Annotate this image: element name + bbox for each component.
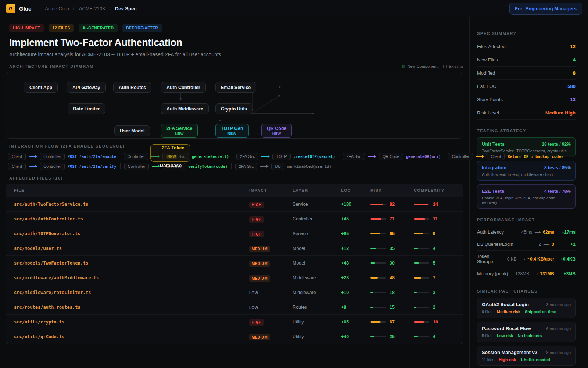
file-row[interactable]: src/utils/crypto.tsHIGHUtility+656710 xyxy=(6,314,463,329)
loc-cell: +65 xyxy=(341,319,370,325)
similar-change-card[interactable]: OAuth2 Social Login3 months ago9 filesMe… xyxy=(477,298,576,318)
flow-chip: QR Code xyxy=(379,153,403,160)
performance-row: Auth Latency45ms⟶62ms+17ms xyxy=(477,226,576,238)
similar-change-card[interactable]: Session Management v28 months ago11 file… xyxy=(477,346,576,366)
badge-before-after: BEFORE/AFTER xyxy=(122,24,162,32)
audience-button[interactable]: For: Engineering Managers xyxy=(509,3,582,15)
layer-cell: Middleware xyxy=(293,290,341,295)
diagram-node-user-model[interactable]: User Model xyxy=(114,125,150,136)
change-date: 3 months ago xyxy=(546,302,571,307)
node-label: Rate Limiter xyxy=(73,106,100,112)
node-label: TOTP Gen xyxy=(221,126,243,131)
layer-cell: Model xyxy=(293,246,341,251)
testing-cards: Unit Tests18 tests / 92%TwoFactorService… xyxy=(477,137,576,209)
performance-impact-section: PERFORMANCE IMPACT Auth Latency45ms⟶62ms… xyxy=(477,217,576,280)
chip-label: Client xyxy=(491,154,501,159)
flow-arrow-icon xyxy=(29,166,37,167)
file-row[interactable]: src/models/User.tsMEDIUMModel+12354 xyxy=(6,241,463,255)
chip-label: Svc xyxy=(179,154,185,159)
flow-rows: ClientControllerPOST /auth/2fa/enableCon… xyxy=(8,153,463,170)
risk-cell: 25 xyxy=(370,334,414,339)
diagram-node-qr-code[interactable]: QR CodeNEW xyxy=(261,124,292,138)
similar-change-card[interactable]: Password Reset Flow6 months ago5 filesLo… xyxy=(477,322,576,342)
file-row[interactable]: src/routes/auth.routes.tsLOWRoutes+8152 xyxy=(6,300,463,314)
similar-card-header: Session Management v28 months ago xyxy=(482,350,571,355)
change-title: Session Management v2 xyxy=(482,350,537,355)
flow-code: markEnabled(userId) xyxy=(287,164,331,169)
breadcrumb-ticket[interactable]: ACME-2103 xyxy=(79,6,105,11)
impact-cell: LOW xyxy=(249,289,293,296)
testing-strategy-title: TESTING STRATEGY xyxy=(477,128,576,133)
node-label: Auth Middleware xyxy=(166,106,203,112)
metric-bar-fill xyxy=(414,321,424,323)
spec-value: 12 xyxy=(570,44,576,49)
breadcrumb-org[interactable]: Acme Corp xyxy=(45,6,69,11)
metric-bar xyxy=(370,307,386,308)
glue-logo[interactable]: G xyxy=(6,4,15,13)
file-row[interactable]: src/auth/AuthController.tsHIGHController… xyxy=(6,211,463,226)
spec-summary-title: SPEC SUMMARY xyxy=(477,31,576,36)
files-section-title: AFFECTED FILES (10) xyxy=(9,176,63,180)
metric-bar-fill xyxy=(414,292,417,293)
metric-value: 48 xyxy=(390,275,395,280)
diagram-node-client-app[interactable]: Client App xyxy=(24,82,58,93)
file-row[interactable]: src/auth/TOTPGenerator.tsHIGHService+956… xyxy=(6,226,463,241)
flow-code: generateSecret() xyxy=(192,154,229,159)
risk-cell: 18 xyxy=(370,290,414,295)
file-row[interactable]: src/auth/TwoFactorService.tsHIGHService+… xyxy=(6,197,463,211)
diagram-node-auth-routes[interactable]: Auth Routes xyxy=(113,82,151,93)
metric-value: 25 xyxy=(390,334,395,339)
nav-divider xyxy=(38,5,38,12)
change-meta: 9 filesMedium riskShipped on time xyxy=(482,309,571,314)
diagram-node-crypto-utils[interactable]: Crypto Utils xyxy=(215,103,252,114)
breadcrumb-separator: / xyxy=(110,6,111,11)
complexity-cell: 10 xyxy=(414,319,455,325)
affected-files-table: FILE IMPACT LAYER LOC RISK COMPLEXITY sr… xyxy=(6,184,463,344)
impact-badge: LOW xyxy=(249,290,261,296)
spec-value: 13 xyxy=(570,97,576,102)
file-row[interactable]: src/middleware/authMiddleware.tsMEDIUMMi… xyxy=(6,270,463,285)
change-risk: Medium risk xyxy=(497,309,520,314)
file-row[interactable]: src/utils/qrCode.tsMEDIUMUtility+40254 xyxy=(6,329,463,344)
impact-cell: MEDIUM xyxy=(249,333,293,340)
diagram-node-totp-gen[interactable]: TOTP GenNEW xyxy=(215,124,249,138)
metric-value: 18 xyxy=(390,290,395,295)
diagram-node-rate-limiter[interactable]: Rate Limiter xyxy=(68,103,105,114)
flow-chip: Controller xyxy=(448,153,473,160)
change-title: OAuth2 Social Login xyxy=(482,302,529,307)
test-type-name: Unit Tests xyxy=(482,141,505,147)
change-meta: 11 filesHigh risk1 hotfix needed xyxy=(482,357,571,362)
metric-bar xyxy=(370,204,386,205)
diagram-node-auth-controller[interactable]: Auth Controller xyxy=(161,82,206,93)
diagram-node-auth-middleware[interactable]: Auth Middleware xyxy=(161,103,209,114)
page-subtitle: Architecture impact analysis for ACME-21… xyxy=(9,52,463,57)
metric-bar-fill xyxy=(414,204,428,205)
flow-arrow-icon xyxy=(152,166,160,167)
metric-value: 2 xyxy=(433,305,435,310)
flow-chip: Controller xyxy=(124,163,149,170)
col-file: FILE xyxy=(14,188,249,192)
perf-before-value: 45ms xyxy=(517,230,532,235)
similar-card-header: OAuth2 Social Login3 months ago xyxy=(482,302,571,307)
impact-badge: HIGH xyxy=(249,202,264,208)
file-row[interactable]: src/middleware/rateLimiter.tsLOWMiddlewa… xyxy=(6,285,463,300)
impact-badge: HIGH xyxy=(249,216,264,223)
spec-row: Modified8 xyxy=(477,67,576,80)
flow-chip: Controller xyxy=(40,153,65,160)
perf-delta: +17ms xyxy=(557,230,576,235)
spec-label: Modified xyxy=(477,70,495,76)
spec-value: 4 xyxy=(573,57,576,63)
chip-label: Controller xyxy=(128,154,145,159)
impact-cell: MEDIUM xyxy=(249,245,293,252)
diagram-node-email-service[interactable]: Email Service xyxy=(215,82,256,93)
arrow-right-icon: ⟶ xyxy=(534,230,541,235)
flow-chip: Client xyxy=(8,153,26,160)
flow-code: verifyToken(code) xyxy=(188,164,227,169)
diagram-node-2fa-service[interactable]: 2FA ServiceNEW xyxy=(161,124,198,138)
spec-row: Files Affected12 xyxy=(477,40,576,53)
flow-chip: Client xyxy=(8,163,26,170)
diagram-node-api-gateway[interactable]: API Gateway xyxy=(67,82,106,93)
file-row[interactable]: src/models/TwoFactorToken.tsMEDIUMModel+… xyxy=(6,255,463,270)
metric-value: 71 xyxy=(390,216,395,222)
legend-label: New Component xyxy=(408,64,438,68)
